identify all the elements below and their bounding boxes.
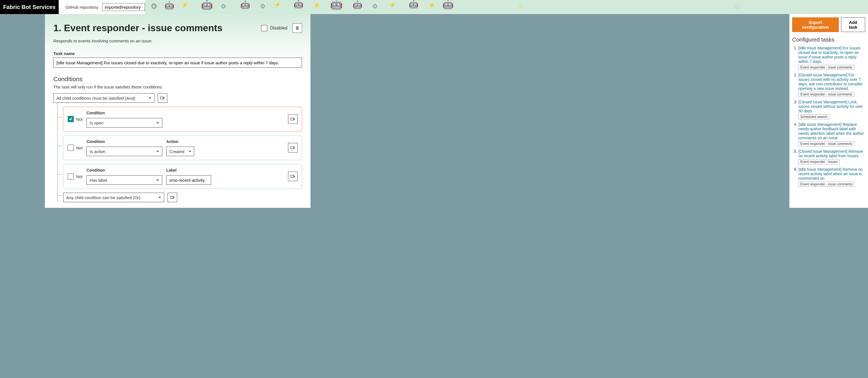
chevron-down-icon: [156, 151, 159, 152]
disabled-label: Disabled: [270, 26, 287, 31]
gear-icon: ⚙: [151, 2, 157, 11]
disabled-checkbox[interactable]: [261, 25, 267, 31]
gear-icon: ⚙: [221, 3, 226, 10]
task-tag: Event responder - issue comments: [798, 92, 854, 97]
robot-icon: 🤖: [409, 0, 418, 9]
robot-icon: 🤖: [293, 0, 304, 9]
robot-icon: 🤖: [201, 0, 213, 10]
condition-field-label: Condition: [87, 139, 162, 144]
not-label: Not: [76, 174, 83, 179]
action-dropdown[interactable]: Created: [166, 147, 194, 156]
task-tag: Event responder - issue comments: [798, 141, 854, 146]
task-tag: Event responder - issue comments: [798, 182, 854, 187]
add-task-button[interactable]: Add task: [841, 18, 865, 32]
condition-value: Has label: [90, 178, 107, 182]
check-icon: [69, 117, 73, 121]
not-checkbox[interactable]: [68, 145, 74, 151]
conditions-title: Conditions: [53, 76, 302, 83]
app-header: Fabric Bot Services GitHub repository: ⚙…: [0, 0, 868, 14]
not-label: Not: [76, 117, 83, 122]
delete-task-button[interactable]: [292, 23, 302, 33]
remove-arrow-icon: [160, 96, 165, 100]
label-input[interactable]: [166, 175, 211, 185]
gear-icon: ⚙: [372, 3, 378, 10]
chevron-down-icon: [149, 97, 151, 99]
bolt-icon: ⚡: [181, 1, 188, 8]
export-configuration-button[interactable]: Export configuration: [792, 18, 839, 32]
chevron-down-icon: [188, 151, 191, 152]
not-checkbox[interactable]: [68, 173, 74, 179]
delete-condition-group-button[interactable]: [167, 193, 177, 202]
condition-dropdown[interactable]: Is open: [87, 118, 162, 127]
child-operator-dropdown[interactable]: Any child condition can be satisfied (Or…: [63, 193, 164, 202]
repo-input[interactable]: [102, 3, 145, 11]
child-operator-value: Any child condition can be satisfied (Or…: [66, 195, 141, 200]
task-list-item: [Closed Issue Management] For issues clo…: [798, 73, 865, 97]
task-link[interactable]: [Closed Issue Management] Lock issues cl…: [798, 100, 863, 113]
remove-arrow-icon: [290, 146, 295, 150]
task-link[interactable]: [Idle Issue Management] For issues close…: [798, 46, 861, 64]
condition-value: Is action: [90, 149, 105, 154]
action-value: Created: [169, 149, 184, 154]
task-name-input[interactable]: [53, 58, 302, 68]
robot-icon: 🤖: [164, 1, 174, 10]
condition-card: Not Condition Has label Label: [63, 164, 302, 189]
condition-card: Not Condition Is action Action: [63, 135, 302, 160]
page-title: 1. Event responder - issue comments: [53, 23, 223, 33]
repo-row: GitHub repository:: [59, 0, 145, 14]
decorative-strip: ⚙ 🤖 ⚡ 🤖 ⚙ 🤖 ⚙ ⚡ 🤖 ⚡ 🤖 🤖 ⚙ ⚡ 🤖 ⚡ 🤖: [145, 0, 868, 14]
conditions-description: The task will only run if the issue sati…: [53, 85, 302, 89]
root-operator-value: All child conditions must be satisfied (…: [56, 96, 135, 100]
task-list-item: [Idle Issue Management] Remove no recent…: [798, 167, 865, 187]
configured-tasks-panel: Export configuration Add task Configured…: [789, 14, 868, 208]
disabled-toggle[interactable]: Disabled: [261, 25, 287, 31]
task-tag: Event responder - issue comments: [798, 65, 854, 70]
condition-card: Not Condition Is open: [63, 107, 302, 132]
bolt-icon: ⚡: [389, 1, 396, 8]
task-link[interactable]: [Closed Issue Management] Remove no rece…: [798, 149, 863, 158]
task-tag: Event responder - issues: [798, 159, 840, 164]
task-list-item: [Closed Issue Management] Remove no rece…: [798, 149, 865, 164]
task-list: [Idle Issue Management] For issues close…: [792, 46, 865, 187]
delete-condition-button[interactable]: [288, 114, 298, 124]
brand-logo: Fabric Bot Services: [0, 0, 59, 14]
task-link[interactable]: [Idle Issue Management] Replace needs au…: [798, 122, 864, 140]
remove-arrow-icon: [290, 174, 295, 178]
delete-condition-group-button[interactable]: [158, 93, 167, 103]
condition-field-label: Condition: [87, 168, 162, 172]
delete-condition-button[interactable]: [288, 172, 298, 181]
action-field-label: Action: [166, 139, 194, 144]
task-description: Responds to events involving comments on…: [53, 38, 302, 43]
task-list-item: [Closed Issue Management] Lock issues cl…: [798, 100, 865, 119]
repo-label: GitHub repository:: [65, 5, 99, 9]
delete-condition-button[interactable]: [288, 143, 298, 152]
svg-rect-1: [291, 118, 293, 120]
bolt-icon: ⚡: [274, 1, 281, 8]
task-list-item: [Idle Issue Management] Replace needs au…: [798, 122, 865, 146]
label-field-label: Label: [166, 168, 211, 172]
bolt-icon: ⚡: [428, 2, 435, 8]
robot-icon: 🤖: [240, 0, 250, 9]
chevron-down-icon: [158, 197, 161, 198]
robot-icon: 🤖: [442, 0, 454, 9]
root-operator-dropdown[interactable]: All child conditions must be satisfied (…: [53, 93, 154, 103]
chevron-down-icon: [156, 179, 159, 181]
condition-dropdown[interactable]: Has label: [87, 175, 162, 185]
trash-icon: [295, 26, 300, 30]
chevron-down-icon: [156, 122, 159, 123]
robot-icon: 🤖: [330, 0, 343, 10]
not-label: Not: [76, 145, 83, 150]
condition-field-label: Condition: [87, 111, 162, 115]
task-link[interactable]: [Closed Issue Management] For issues clo…: [798, 73, 863, 91]
svg-rect-3: [291, 175, 293, 177]
task-tag: Scheduled search: [798, 114, 829, 119]
condition-dropdown[interactable]: Is action: [87, 147, 162, 156]
remove-arrow-icon: [290, 117, 295, 121]
svg-rect-0: [161, 97, 163, 99]
robot-icon: 🤖: [352, 0, 363, 9]
configured-tasks-title: Configured tasks: [792, 36, 865, 43]
task-link[interactable]: [Idle Issue Management] Remove no recent…: [798, 167, 863, 181]
task-name-label: Task name: [53, 51, 302, 56]
task-editor-panel: 1. Event responder - issue comments Disa…: [45, 14, 310, 208]
not-checkbox[interactable]: [68, 116, 74, 122]
